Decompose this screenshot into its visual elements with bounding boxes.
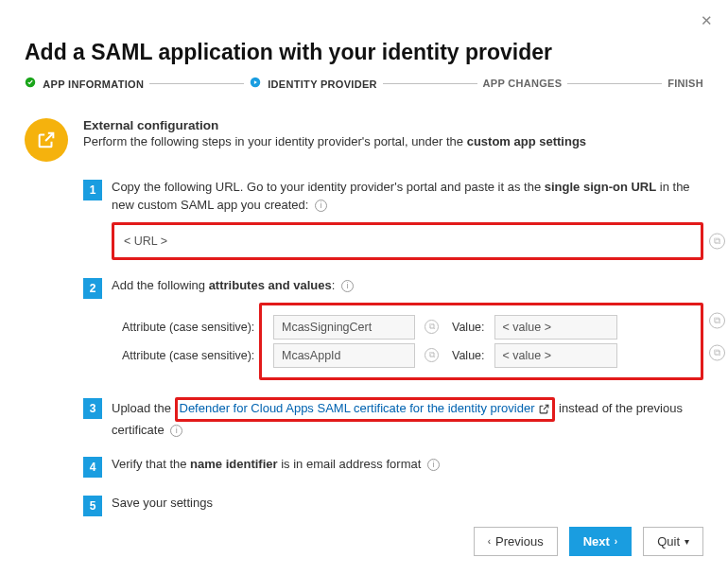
copy-icon[interactable]: ⧉ <box>709 233 725 249</box>
attribute-label: Attribute (case sensitive): <box>122 347 264 364</box>
step4-text: Verify that the name identifier is in em… <box>112 456 703 478</box>
wizard-stepper: APP INFORMATION IDENTITY PROVIDER APP CH… <box>25 77 703 90</box>
value-label: Value: <box>452 347 485 364</box>
section-title: External configuration <box>83 118 586 132</box>
step-identity-provider: IDENTITY PROVIDER <box>250 77 377 90</box>
step-number: 1 <box>83 180 102 200</box>
step-number: 2 <box>83 278 102 299</box>
info-icon[interactable]: i <box>341 280 354 292</box>
step-number: 3 <box>83 398 102 419</box>
step2-text: Add the following attributes and values:… <box>112 277 703 295</box>
step-finish: FINISH <box>667 78 703 89</box>
step1-text: Copy the following URL. Go to your ident… <box>112 179 703 215</box>
close-icon[interactable]: ✕ <box>701 13 713 27</box>
section-desc: Perform the following steps in your iden… <box>83 134 586 148</box>
previous-button[interactable]: ‹ Previous <box>474 527 558 556</box>
attribute-value-input[interactable] <box>494 343 617 368</box>
attributes-box: Attribute (case sensitive): ⧉ Value: Att… <box>259 303 703 380</box>
attribute-label: Attribute (case sensitive): <box>122 319 264 336</box>
next-button[interactable]: Next › <box>569 527 633 556</box>
dialog-title: Add a SAML application with your identit… <box>25 40 703 65</box>
step-app-information: APP INFORMATION <box>25 77 144 90</box>
attribute-value-input[interactable] <box>494 315 617 340</box>
step5-text: Save your settings <box>112 495 703 516</box>
copy-icon[interactable]: ⧉ <box>425 348 439 362</box>
copy-icon[interactable]: ⧉ <box>709 344 725 360</box>
sso-url-field[interactable]: < URL > ⧉ <box>112 222 703 260</box>
chevron-left-icon: ‹ <box>488 536 491 547</box>
value-label: Value: <box>452 319 485 336</box>
info-icon[interactable]: i <box>427 459 440 471</box>
attribute-name-input[interactable] <box>273 315 415 340</box>
chevron-down-icon: ▾ <box>685 536 689 547</box>
attribute-name-input[interactable] <box>273 343 415 368</box>
step-number: 5 <box>83 496 102 516</box>
copy-icon[interactable]: ⧉ <box>425 320 439 334</box>
step-app-changes: APP CHANGES <box>483 78 563 89</box>
chevron-right-icon: › <box>615 536 617 547</box>
play-circle-icon <box>250 78 264 90</box>
quit-button[interactable]: Quit ▾ <box>643 527 703 556</box>
saml-cert-link[interactable]: Defender for Cloud Apps SAML certificate… <box>175 397 556 422</box>
step-number: 4 <box>83 457 102 478</box>
step3-text: Upload the Defender for Cloud Apps SAML … <box>112 397 703 440</box>
external-link-badge-icon <box>25 118 68 162</box>
info-icon[interactable]: i <box>315 200 327 212</box>
check-circle-icon <box>25 78 39 90</box>
info-icon[interactable]: i <box>170 425 182 437</box>
copy-icon[interactable]: ⧉ <box>709 312 725 328</box>
